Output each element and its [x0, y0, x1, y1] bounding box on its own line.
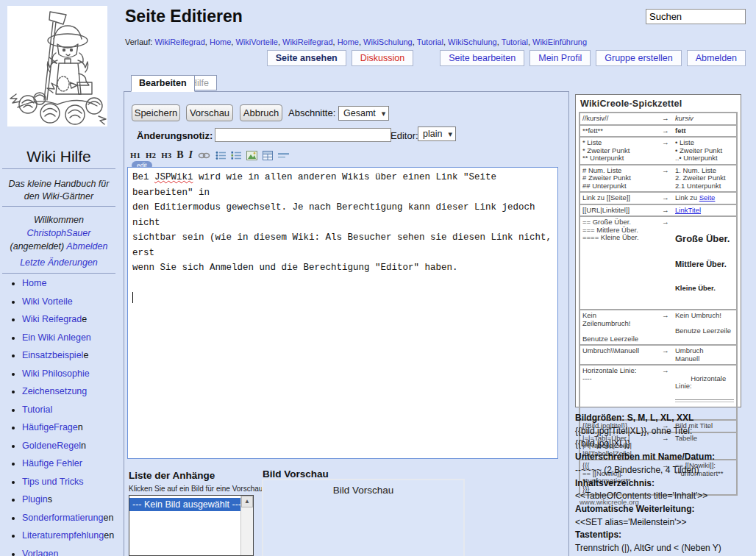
- discussion-button[interactable]: Diskussion: [352, 50, 413, 66]
- sidebar-item-tips-und-tricks[interactable]: Tips und Tricks: [22, 477, 140, 487]
- sections-select-value: Gesamt: [343, 108, 376, 118]
- content-text: Bei: [132, 172, 154, 182]
- bold-button[interactable]: B: [176, 149, 183, 161]
- sidebar-item-haeufige-fehler[interactable]: Häufige Fehler: [22, 458, 140, 468]
- table-row: [[URL|Linktitel]] → LinkTitel: [580, 204, 737, 217]
- cancel-button[interactable]: Abbruch: [240, 104, 282, 121]
- heading3-button[interactable]: H3: [161, 151, 171, 160]
- breadcrumb-link[interactable]: Tutorial: [413, 38, 443, 46]
- sidebar-item-plugins[interactable]: Plugins: [22, 494, 140, 505]
- breadcrumb-link[interactable]: Home: [205, 38, 231, 46]
- breadcrumb-link[interactable]: Tutorial: [497, 38, 528, 46]
- search-input[interactable]: [646, 9, 746, 24]
- sidebar-item-sonderformatierungen[interactable]: Sonderformatierungen: [22, 513, 140, 523]
- breadcrumb-link[interactable]: WikiReifegrad: [278, 38, 333, 46]
- sidebar-item-vorlagen[interactable]: Vorlagen: [22, 549, 140, 556]
- link-icon[interactable]: [198, 152, 210, 160]
- sidebar-logout-link[interactable]: Abmelden: [66, 241, 107, 252]
- sidebar-item-goldeneregeln[interactable]: GoldeneRegeln: [22, 441, 140, 451]
- changenote-input[interactable]: [215, 128, 391, 142]
- sidebar-item-haeufigefragen[interactable]: HäufigeFragen: [22, 422, 140, 432]
- sidebar-item-wiki-vorteile[interactable]: Wiki Vorteile: [22, 296, 140, 307]
- image-preview-title: Bild Vorschau: [263, 468, 329, 480]
- chevron-down-icon: [382, 108, 386, 118]
- arrow-icon: →: [660, 113, 673, 125]
- content-text: wird wie in allen anderen Wikis über ein…: [132, 172, 557, 273]
- sidebar-item-zeichensetzung[interactable]: Zeichensetzung: [22, 386, 140, 396]
- divider: [2, 168, 115, 169]
- breadcrumb-link[interactable]: WikiSchulung: [359, 38, 413, 46]
- arrow-icon: →: [660, 165, 673, 193]
- my-profile-button[interactable]: Mein Profil: [529, 50, 591, 66]
- sidebar-item-einsatzbeispiele[interactable]: Einsatzbeispiele: [22, 350, 140, 360]
- sample-horizontal-rule: [675, 399, 734, 402]
- tab-bearbeiten[interactable]: Bearbeiten: [131, 75, 195, 92]
- sidebar-title: Wiki Hilfe: [0, 148, 118, 165]
- sidebar-item-tutorial[interactable]: Tutorial: [22, 404, 140, 415]
- sidebar-item-home[interactable]: Home: [22, 278, 140, 288]
- listbox-scrollbar[interactable]: ▲: [240, 496, 253, 555]
- table-row: **fett** → fett: [580, 125, 737, 138]
- creole-code: [[URL|Linktitel]]: [580, 204, 660, 217]
- page-action-bar: Seite ansehen Diskussion Seite bearbeite…: [267, 50, 746, 66]
- sample-heading-large: Große Über.: [675, 234, 734, 244]
- sample-heading-small: Kleine Über.: [675, 284, 734, 292]
- tip-line: Automatische Weiterleitung:: [575, 503, 747, 516]
- sample-page-link[interactable]: Seite: [699, 193, 716, 202]
- gardener-girl-image: [7, 6, 107, 126]
- recent-changes-link[interactable]: Letzte Änderungen: [0, 257, 118, 268]
- breadcrumb-link[interactable]: WikiEinführung: [528, 38, 587, 46]
- sidebar-item-ein-wiki-anlegen[interactable]: Ein Wiki Anlegen: [22, 332, 140, 343]
- tip-line: {{bild.jpg||XL}}: [575, 438, 747, 451]
- breadcrumb-link[interactable]: WikiReifegrad: [154, 38, 204, 46]
- creole-code: //kursiv//: [580, 113, 660, 125]
- heading2-button[interactable]: H2: [146, 151, 156, 160]
- sidebar-welcome-block: Willkommen ChristophSauer (angemeldet) A…: [0, 213, 118, 253]
- breadcrumb-link[interactable]: Home: [333, 38, 359, 46]
- attachments-listbox[interactable]: --- Kein Bild ausgewählt --- ▲: [129, 495, 254, 556]
- text-cursor: [132, 292, 133, 303]
- attachments-hint: Klicken Sie auf ein Bild für eine Vorsch…: [129, 485, 263, 493]
- user-link[interactable]: ChristophSauer: [27, 228, 91, 238]
- sample-url-link[interactable]: LinkTitel: [675, 206, 701, 214]
- wiki-logo[interactable]: [7, 6, 107, 126]
- sidebar-item-wiki-reifegrade[interactable]: Wiki Reifegrade: [22, 314, 140, 324]
- create-group-button[interactable]: Gruppe erstellen: [596, 50, 681, 66]
- view-page-button[interactable]: Seite ansehen: [267, 50, 346, 66]
- sidebar-item-literaturempfehlungen[interactable]: Literaturempfehlungen: [22, 530, 140, 541]
- tip-line: Trennstrich (|), AltGr und < (Neben Y): [575, 542, 747, 555]
- logout-button[interactable]: Abmelden: [687, 50, 746, 66]
- table-row: Link zu [[Seite]] → Link zu Seite: [580, 192, 737, 204]
- breadcrumb-link[interactable]: WikiSchulung: [443, 38, 497, 46]
- image-icon[interactable]: [246, 151, 257, 160]
- creole-result: Horizontale Linie:: [675, 374, 728, 391]
- horizontal-rule-icon[interactable]: [278, 152, 289, 159]
- page-content-textarea[interactable]: Bei JSPWiki wird wie in allen anderen Wi…: [127, 167, 558, 459]
- misspelled-word: JSPWiki: [154, 172, 193, 182]
- breadcrumb-link[interactable]: WikiVorteile: [231, 38, 278, 46]
- scroll-up-arrow-icon[interactable]: ▲: [241, 496, 253, 507]
- creole-result: 1. Num. Liste 2. Zweiter Punkt 2.1 Unter…: [673, 165, 737, 193]
- changenote-label: Änderungsnotiz:: [137, 130, 213, 141]
- cheatsheet-title: WikiCreole-Spickzettel: [579, 97, 738, 112]
- editor-select-value: plain: [423, 129, 442, 139]
- heading1-button[interactable]: H1: [130, 151, 140, 160]
- sidebar-item-wiki-philosophie[interactable]: Wiki Philosophie: [22, 368, 140, 379]
- editor-label: Editor:: [391, 130, 418, 141]
- syntax-tips: Bildgrößen: S, M, L, XL, XXL {{bild.jpg|…: [575, 412, 747, 555]
- bullet-list-icon[interactable]: [215, 151, 226, 160]
- numbered-list-icon[interactable]: [231, 151, 241, 160]
- edit-page-button[interactable]: Seite bearbeiten: [440, 50, 524, 66]
- italic-button[interactable]: I: [189, 149, 193, 161]
- creole-code: * Liste * Zweiter Punkt ** Unterpunkt: [580, 137, 660, 165]
- save-button[interactable]: Speichern: [132, 104, 180, 121]
- editor-select[interactable]: plain: [418, 126, 456, 141]
- tip-line: Tastentips:: [575, 529, 747, 542]
- sections-select[interactable]: Gesamt: [338, 106, 389, 121]
- table-row: == Große Über. === Mittlere Über. ==== K…: [580, 216, 737, 310]
- arrow-icon: →: [660, 125, 673, 138]
- table-icon[interactable]: [263, 151, 273, 160]
- preview-button[interactable]: Vorschau: [186, 104, 233, 121]
- chevron-down-icon: [448, 129, 452, 139]
- attachment-selected-item[interactable]: --- Kein Bild ausgewählt ---: [129, 498, 240, 511]
